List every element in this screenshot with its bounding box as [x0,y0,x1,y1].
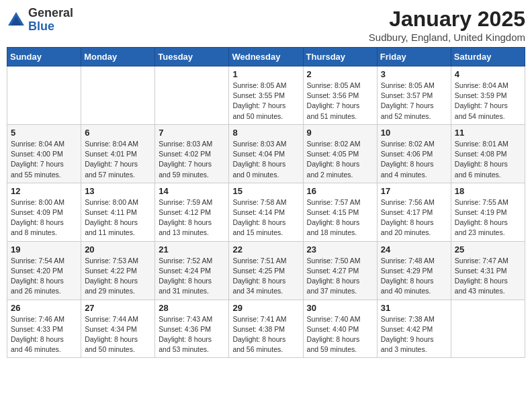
calendar-cell: 14Sunrise: 7:59 AM Sunset: 4:12 PM Dayli… [155,183,229,241]
calendar-cell: 26Sunrise: 7:46 AM Sunset: 4:33 PM Dayli… [7,300,81,358]
calendar-cell: 23Sunrise: 7:50 AM Sunset: 4:27 PM Dayli… [303,241,377,300]
calendar-cell: 3Sunrise: 8:05 AM Sunset: 3:57 PM Daylig… [377,66,451,125]
calendar-week-3: 12Sunrise: 8:00 AM Sunset: 4:09 PM Dayli… [7,183,525,241]
calendar-cell: 19Sunrise: 7:54 AM Sunset: 4:20 PM Dayli… [7,241,81,300]
day-info: Sunrise: 7:47 AM Sunset: 4:31 PM Dayligh… [455,256,521,297]
weekday-header-wednesday: Wednesday [229,48,303,66]
day-info: Sunrise: 7:40 AM Sunset: 4:40 PM Dayligh… [307,314,373,355]
calendar-cell [155,66,229,125]
calendar-cell: 11Sunrise: 8:01 AM Sunset: 4:08 PM Dayli… [451,124,525,183]
day-number: 18 [455,186,521,196]
day-info: Sunrise: 8:05 AM Sunset: 3:55 PM Dayligh… [232,81,299,122]
calendar-table: SundayMondayTuesdayWednesdayThursdayFrid… [7,47,525,358]
day-info: Sunrise: 7:52 AM Sunset: 4:24 PM Dayligh… [159,256,225,297]
logo-blue-text: Blue [28,19,54,33]
calendar-cell: 20Sunrise: 7:53 AM Sunset: 4:22 PM Dayli… [81,241,155,300]
day-number: 15 [232,186,299,196]
calendar-cell: 28Sunrise: 7:43 AM Sunset: 4:36 PM Dayli… [155,300,229,358]
day-number: 7 [159,128,225,138]
logo-icon [7,11,26,30]
logo-text: General Blue [28,7,73,34]
calendar-cell: 1Sunrise: 8:05 AM Sunset: 3:55 PM Daylig… [229,66,303,125]
day-info: Sunrise: 8:02 AM Sunset: 4:05 PM Dayligh… [307,139,373,180]
day-info: Sunrise: 7:58 AM Sunset: 4:14 PM Dayligh… [232,197,299,238]
calendar-cell [7,66,81,125]
day-number: 29 [232,303,299,313]
calendar-cell: 2Sunrise: 8:05 AM Sunset: 3:56 PM Daylig… [303,66,377,125]
day-number: 19 [11,244,77,255]
header: General Blue January 2025 Sudbury, Engla… [7,7,525,43]
logo-general-text: General [28,6,73,19]
day-info: Sunrise: 7:56 AM Sunset: 4:17 PM Dayligh… [381,197,447,238]
day-info: Sunrise: 7:54 AM Sunset: 4:20 PM Dayligh… [11,256,77,297]
calendar-week-4: 19Sunrise: 7:54 AM Sunset: 4:20 PM Dayli… [7,241,525,300]
calendar-week-1: 1Sunrise: 8:05 AM Sunset: 3:55 PM Daylig… [7,66,525,125]
day-info: Sunrise: 8:04 AM Sunset: 3:59 PM Dayligh… [455,81,521,122]
weekday-header-monday: Monday [81,48,155,66]
day-number: 9 [307,128,373,138]
day-number: 11 [455,128,521,138]
calendar-cell: 24Sunrise: 7:48 AM Sunset: 4:29 PM Dayli… [377,241,451,300]
day-number: 24 [381,244,447,255]
weekday-header-tuesday: Tuesday [155,48,229,66]
logo: General Blue [7,7,73,34]
weekday-header-row: SundayMondayTuesdayWednesdayThursdayFrid… [7,48,525,66]
calendar-cell [451,300,525,358]
day-number: 23 [307,244,373,255]
calendar-cell: 27Sunrise: 7:44 AM Sunset: 4:34 PM Dayli… [81,300,155,358]
calendar-cell: 17Sunrise: 7:56 AM Sunset: 4:17 PM Dayli… [377,183,451,241]
day-number: 3 [381,69,447,79]
calendar-week-5: 26Sunrise: 7:46 AM Sunset: 4:33 PM Dayli… [7,300,525,358]
location-subtitle: Sudbury, England, United Kingdom [369,32,525,43]
day-number: 21 [159,244,225,255]
day-number: 12 [11,186,77,196]
day-number: 17 [381,186,447,196]
calendar-cell: 15Sunrise: 7:58 AM Sunset: 4:14 PM Dayli… [229,183,303,241]
calendar-cell: 7Sunrise: 8:03 AM Sunset: 4:02 PM Daylig… [155,124,229,183]
calendar-cell: 21Sunrise: 7:52 AM Sunset: 4:24 PM Dayli… [155,241,229,300]
day-info: Sunrise: 7:46 AM Sunset: 4:33 PM Dayligh… [11,314,77,355]
day-number: 6 [85,128,151,138]
calendar-week-2: 5Sunrise: 8:04 AM Sunset: 4:00 PM Daylig… [7,124,525,183]
calendar-cell: 12Sunrise: 8:00 AM Sunset: 4:09 PM Dayli… [7,183,81,241]
calendar-cell [81,66,155,125]
day-info: Sunrise: 7:48 AM Sunset: 4:29 PM Dayligh… [381,256,447,297]
weekday-header-saturday: Saturday [451,48,525,66]
day-info: Sunrise: 7:55 AM Sunset: 4:19 PM Dayligh… [455,197,521,238]
calendar-cell: 8Sunrise: 8:03 AM Sunset: 4:04 PM Daylig… [229,124,303,183]
day-info: Sunrise: 8:05 AM Sunset: 3:57 PM Dayligh… [381,81,447,122]
day-info: Sunrise: 8:01 AM Sunset: 4:08 PM Dayligh… [455,139,521,180]
calendar-cell: 9Sunrise: 8:02 AM Sunset: 4:05 PM Daylig… [303,124,377,183]
day-info: Sunrise: 8:03 AM Sunset: 4:02 PM Dayligh… [159,139,225,180]
day-number: 2 [307,69,373,79]
day-number: 28 [159,303,225,313]
calendar-cell: 5Sunrise: 8:04 AM Sunset: 4:00 PM Daylig… [7,124,81,183]
day-number: 27 [85,303,151,313]
day-info: Sunrise: 7:50 AM Sunset: 4:27 PM Dayligh… [307,256,373,297]
calendar-cell: 6Sunrise: 8:04 AM Sunset: 4:01 PM Daylig… [81,124,155,183]
day-number: 25 [455,244,521,255]
day-number: 20 [85,244,151,255]
day-number: 26 [11,303,77,313]
day-info: Sunrise: 8:04 AM Sunset: 4:00 PM Dayligh… [11,139,77,180]
calendar-cell: 10Sunrise: 8:02 AM Sunset: 4:06 PM Dayli… [377,124,451,183]
calendar-cell: 18Sunrise: 7:55 AM Sunset: 4:19 PM Dayli… [451,183,525,241]
day-info: Sunrise: 8:02 AM Sunset: 4:06 PM Dayligh… [381,139,447,180]
day-info: Sunrise: 7:51 AM Sunset: 4:25 PM Dayligh… [232,256,299,297]
day-number: 30 [307,303,373,313]
calendar-cell: 29Sunrise: 7:41 AM Sunset: 4:38 PM Dayli… [229,300,303,358]
day-number: 1 [232,69,299,79]
day-info: Sunrise: 7:57 AM Sunset: 4:15 PM Dayligh… [307,197,373,238]
day-number: 22 [232,244,299,255]
calendar-cell: 25Sunrise: 7:47 AM Sunset: 4:31 PM Dayli… [451,241,525,300]
month-title: January 2025 [369,7,525,32]
day-number: 31 [381,303,447,313]
calendar-cell: 31Sunrise: 7:38 AM Sunset: 4:42 PM Dayli… [377,300,451,358]
day-info: Sunrise: 7:38 AM Sunset: 4:42 PM Dayligh… [381,314,447,355]
weekday-header-sunday: Sunday [7,48,81,66]
calendar-cell: 22Sunrise: 7:51 AM Sunset: 4:25 PM Dayli… [229,241,303,300]
day-info: Sunrise: 8:00 AM Sunset: 4:11 PM Dayligh… [85,197,151,238]
day-number: 14 [159,186,225,196]
day-number: 8 [232,128,299,138]
calendar-cell: 30Sunrise: 7:40 AM Sunset: 4:40 PM Dayli… [303,300,377,358]
